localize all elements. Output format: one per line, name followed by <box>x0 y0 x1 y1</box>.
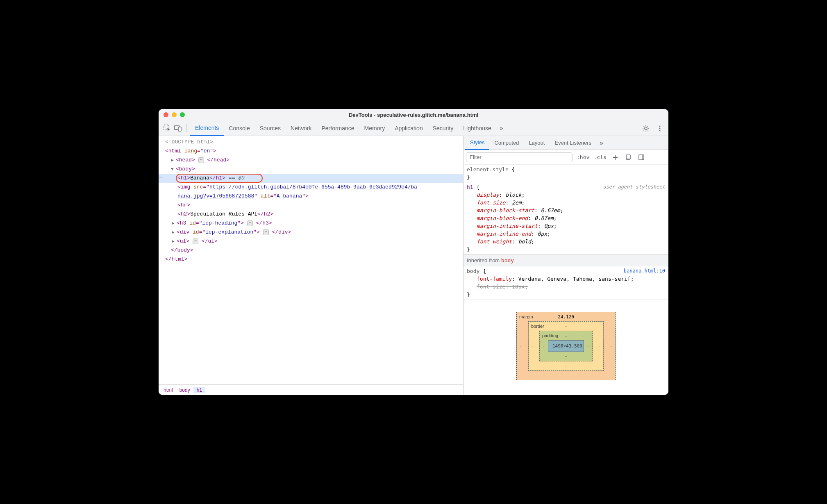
sidebar-tabs: Styles Computed Layout Event Listeners » <box>463 136 668 150</box>
body-rule[interactable]: banana.html:10 body { font-family: Verda… <box>463 266 668 300</box>
body-close-line[interactable]: </body> <box>159 246 463 255</box>
img-line-2[interactable]: nana.jpg?v=1705668720588" alt="A banana"… <box>159 192 463 201</box>
toolbar-separator <box>186 124 187 132</box>
toggle-computed-icon[interactable] <box>637 153 646 162</box>
bm-content-size: 1496×43.500 <box>548 340 584 352</box>
maximize-button[interactable] <box>180 112 185 117</box>
devtools-window: DevTools - speculative-rules.glitch.me/b… <box>159 109 668 395</box>
img-line[interactable]: <img src="https://cdn.glitch.global/87b4… <box>159 183 463 192</box>
stab-event-listeners[interactable]: Event Listeners <box>550 136 596 150</box>
bm-padding-label: padding <box>542 332 558 340</box>
h1-ua-rule[interactable]: user agent stylesheet h1 { display: bloc… <box>463 182 668 254</box>
svg-rect-8 <box>639 155 644 160</box>
svg-point-5 <box>659 127 661 129</box>
crumb-body[interactable]: body <box>176 387 193 393</box>
h3-line[interactable]: ▶<h3 id="lcp-heading"> ⋯ </h3> <box>159 219 463 228</box>
html-open-line[interactable]: <html lang="en"> <box>159 147 463 156</box>
titlebar: DevTools - speculative-rules.glitch.me/b… <box>159 109 668 120</box>
html-close-line[interactable]: </html> <box>159 255 463 264</box>
tab-application[interactable]: Application <box>390 120 428 136</box>
hov-button[interactable]: :hov <box>577 154 589 160</box>
ul-line[interactable]: ▶<ul> ⋯ </ul> <box>159 237 463 246</box>
inspect-element-icon[interactable] <box>162 123 173 134</box>
tab-security[interactable]: Security <box>428 120 459 136</box>
inherited-from-header: Inherited from body <box>463 254 668 266</box>
kebab-menu-icon[interactable] <box>654 123 665 134</box>
bm-margin-top: 24.120 <box>558 313 574 321</box>
hr-line[interactable]: <hr> <box>159 201 463 210</box>
body-open-line[interactable]: ▼<body> <box>159 165 463 174</box>
traffic-lights <box>164 112 185 117</box>
more-actions-icon[interactable]: ⋯ <box>159 174 162 183</box>
svg-point-4 <box>659 125 661 127</box>
copy-styles-icon[interactable] <box>624 153 633 162</box>
styles-panel: Styles Computed Layout Event Listeners »… <box>463 136 668 395</box>
content-area: <!DOCTYPE html> <html lang="en"> ▶<head>… <box>159 136 668 395</box>
minimize-button[interactable] <box>172 112 177 117</box>
doctype-line[interactable]: <!DOCTYPE html> <box>159 138 463 147</box>
styles-body[interactable]: element.style { } user agent stylesheet … <box>463 165 668 395</box>
styles-filter-input[interactable] <box>466 152 573 162</box>
device-toolbar-icon[interactable] <box>173 123 183 134</box>
tab-network[interactable]: Network <box>286 120 316 136</box>
window-title: DevTools - speculative-rules.glitch.me/b… <box>159 112 668 118</box>
bm-margin-label: margin <box>519 313 533 321</box>
selected-h1-line[interactable]: ⋯ <h1>Banana</h1> == $0 <box>159 174 463 183</box>
svg-point-6 <box>659 129 661 131</box>
source-link[interactable]: banana.html:10 <box>624 267 665 275</box>
stab-computed[interactable]: Computed <box>489 136 524 150</box>
tab-performance[interactable]: Performance <box>316 120 359 136</box>
main-toolbar: Elements Console Sources Network Perform… <box>159 120 668 136</box>
stab-layout[interactable]: Layout <box>524 136 550 150</box>
tab-console[interactable]: Console <box>224 120 254 136</box>
bm-border-label: border <box>531 322 544 330</box>
toolbar-right <box>641 123 665 134</box>
close-button[interactable] <box>164 112 168 117</box>
svg-rect-2 <box>178 127 181 131</box>
crumb-html[interactable]: html <box>160 387 176 393</box>
div-line[interactable]: ▶<div id="lcp-explanation"> ⋯ </div> <box>159 228 463 237</box>
tab-sources[interactable]: Sources <box>255 120 286 136</box>
ua-stylesheet-note: user agent stylesheet <box>603 183 665 191</box>
tab-lighthouse[interactable]: Lighthouse <box>458 120 496 136</box>
cls-button[interactable]: .cls <box>593 154 606 160</box>
panel-tabs: Elements Console Sources Network Perform… <box>190 120 641 136</box>
svg-rect-7 <box>626 155 630 159</box>
dom-tree[interactable]: <!DOCTYPE html> <html lang="en"> ▶<head>… <box>159 136 463 384</box>
breadcrumbs: html body h1 <box>159 384 463 395</box>
h2-line[interactable]: <h2>Speculation Rules API</h2> <box>159 210 463 219</box>
head-line[interactable]: ▶<head> ⋯ </head> <box>159 156 463 165</box>
svg-point-3 <box>645 127 647 129</box>
more-tabs-icon[interactable]: » <box>496 125 507 132</box>
tab-elements[interactable]: Elements <box>190 120 224 136</box>
styles-toolbar: :hov .cls <box>463 150 668 165</box>
settings-icon[interactable] <box>641 123 651 134</box>
new-style-rule-icon[interactable] <box>611 153 620 162</box>
dom-panel: <!DOCTYPE html> <html lang="en"> ▶<head>… <box>159 136 463 395</box>
tab-memory[interactable]: Memory <box>359 120 390 136</box>
element-style-rule[interactable]: element.style { } <box>463 165 668 182</box>
crumb-h1[interactable]: h1 <box>193 387 205 393</box>
box-model[interactable]: margin 24.120 - - border - - - - padding <box>463 300 668 380</box>
stab-styles[interactable]: Styles <box>465 136 489 150</box>
sidebar-more-tabs-icon[interactable]: » <box>596 139 607 147</box>
